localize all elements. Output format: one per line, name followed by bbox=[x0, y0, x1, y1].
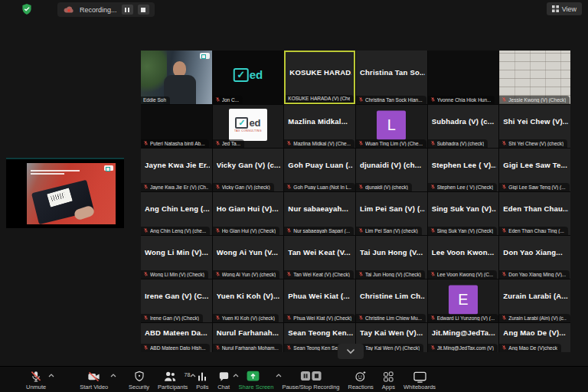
participant-tile[interactable]: djunaidi (V) (ch... djunaidi (V) (check) bbox=[356, 149, 427, 191]
participant-label: Eddie Soh bbox=[143, 97, 166, 103]
participant-tile[interactable]: Christine Lim Ch... Christine Lim Chiew … bbox=[356, 279, 427, 322]
participant-name: Mazlina Midkal... bbox=[288, 105, 353, 138]
participant-tile[interactable]: ✓ ed TAX CONSULTING Jed Ta... bbox=[213, 105, 284, 148]
participant-tile[interactable]: L Wuan Ting Lim (V) (Che... bbox=[356, 105, 427, 148]
participant-tile[interactable]: Tay Kai Wen (V)... Tay Kai Wen (V) (Chec… bbox=[356, 323, 427, 352]
participant-name: ABD Mateen Da... bbox=[145, 323, 210, 342]
toolbar-label: Start Video bbox=[80, 384, 108, 390]
participant-tile[interactable]: Lee Voon Kwon... Lee Voon Kwong (V) (C..… bbox=[428, 236, 499, 279]
participant-label-bar: Wong Ai Yun (V) (check) bbox=[213, 270, 280, 279]
grid-view-icon bbox=[552, 5, 559, 12]
toolbar-apps[interactable]: Apps bbox=[382, 370, 395, 390]
toolbar-whiteboards[interactable]: Whiteboards bbox=[403, 370, 436, 390]
muted-mic-icon bbox=[286, 184, 292, 190]
participant-tile[interactable]: Ho Gian Hui (V)... Ho Gian Hui (V) (Chec… bbox=[213, 192, 284, 235]
participant-label-bar: KOSUKE HARADA (V) (Chec... bbox=[286, 95, 354, 103]
participant-tile[interactable]: ABD Mateen Da... ABD Mateen Dato Hish... bbox=[141, 323, 212, 352]
participant-tile[interactable]: Wong Ai Yun (V... Wong Ai Yun (V) (check… bbox=[213, 236, 284, 279]
toolbar-unmute[interactable]: Unmute bbox=[26, 370, 46, 390]
participant-tile[interactable]: Christina Tan So... Christina Tan Sock H… bbox=[356, 51, 427, 104]
chevron-up-icon[interactable] bbox=[110, 374, 116, 377]
stop-recording-button[interactable] bbox=[138, 5, 149, 15]
participant-tile[interactable]: Nurul Farhanah... Nurul Farhanah Moham..… bbox=[213, 323, 284, 352]
participant-tile[interactable]: Vicky Gan (V) (c... Vicky Gan (V) (check… bbox=[213, 149, 284, 191]
toolbar-label: Unmute bbox=[26, 384, 46, 390]
toolbar-pause-stop-recording[interactable]: Pause/Stop Recording bbox=[282, 370, 339, 390]
toolbar-reactions[interactable]: Reactions bbox=[348, 370, 373, 390]
chevron-down-icon bbox=[346, 348, 355, 354]
participant-tile[interactable]: Sing Suk Yan (V)... Sing Suk Yan (V) (Ch… bbox=[428, 192, 499, 235]
toolbar-start-video[interactable]: Start Video bbox=[80, 370, 108, 390]
participant-tile[interactable]: Wong Li Min (V)... Wong Li Min (V) (Chec… bbox=[141, 236, 212, 279]
participant-label-bar: Jed Ta... bbox=[213, 139, 244, 149]
participant-tile[interactable]: Lim Pei San (V) (... Lim Pei San (V) (ch… bbox=[356, 192, 427, 235]
people-icon bbox=[162, 370, 178, 383]
toolbar-label: Whiteboards bbox=[403, 384, 436, 390]
cloud-recording-icon bbox=[63, 5, 75, 14]
participant-tile[interactable]: Mazlina Midkal... Mazlina Midkal (V) (Ch… bbox=[284, 105, 355, 148]
muted-mic-icon bbox=[215, 271, 220, 277]
participant-label: Jed Ta... bbox=[222, 141, 240, 146]
chevron-up-icon[interactable] bbox=[233, 374, 239, 377]
participant-tile[interactable]: Yuen Ki Koh (V)... Yuen Ki Koh (V) (chec… bbox=[213, 279, 284, 322]
muted-mic-icon bbox=[358, 227, 364, 234]
participant-tile[interactable]: Tai Jun Hong (V... Tai Jun Hong (V) (Che… bbox=[356, 236, 427, 279]
participant-tile[interactable]: Stephen Lee ( V)... Stephen Lee ( V) (Ch… bbox=[428, 149, 499, 191]
toolbar-share-screen[interactable]: Share Screen bbox=[239, 370, 274, 390]
muted-mic-icon bbox=[358, 96, 364, 103]
shared-video-preview[interactable] bbox=[6, 158, 124, 228]
toolbar-label: Reactions bbox=[348, 384, 373, 390]
participant-label-bar: Eddie Soh bbox=[141, 96, 170, 105]
participant-tile[interactable]: Eden Than Chau... Eden Than Chau Ting (.… bbox=[499, 192, 570, 235]
participant-tile[interactable]: Eddie Soh bbox=[141, 51, 212, 104]
chevron-up-icon[interactable] bbox=[190, 374, 196, 377]
participant-tile[interactable]: Subhadra (V) (c... Subhadra (V) (check) bbox=[428, 105, 499, 148]
toolbar-participants[interactable]: Participants 78 bbox=[158, 370, 188, 390]
participant-tile[interactable]: Jessie Kwong (V) (Check) bbox=[499, 51, 570, 104]
toolbar-chat[interactable]: Chat bbox=[217, 370, 230, 390]
participant-tile[interactable]: E Edward Li Yunzong (V) (... bbox=[428, 279, 499, 322]
participant-label: Goh Puay Luan (Not In L... bbox=[293, 185, 351, 190]
participant-label: KOSUKE HARADA (V) (Chec... bbox=[288, 96, 350, 101]
check-icon: ✓ bbox=[235, 117, 248, 129]
participant-name: Stephen Lee ( V)... bbox=[432, 149, 497, 181]
next-page-button[interactable] bbox=[338, 344, 364, 359]
participant-label: Shi Yei Chew (V) (check) bbox=[508, 141, 564, 146]
muted-mic-icon bbox=[286, 315, 292, 321]
toolbar-security[interactable]: Security bbox=[129, 370, 149, 390]
chevron-up-icon[interactable] bbox=[48, 374, 54, 377]
participant-tile[interactable]: Irene Gan (V) (C... Irene Gan (V) (Check… bbox=[141, 279, 212, 322]
participant-tile[interactable]: Puteri Natasha binti Ab... bbox=[141, 105, 212, 148]
caption-line bbox=[31, 170, 80, 172]
person-head bbox=[173, 61, 186, 77]
participant-tile[interactable]: Shi Yei Chew (V)... Shi Yei Chew (V) (ch… bbox=[499, 105, 570, 148]
participant-label: Yuen Ki Koh (V) (check) bbox=[222, 315, 275, 321]
participant-tile[interactable]: Gigi Lee Saw Te... Gigi Lee Saw Teng (V)… bbox=[499, 149, 570, 191]
participant-label-bar: Yuen Ki Koh (V) (check) bbox=[213, 314, 279, 323]
participant-tile[interactable]: Ang Chin Leng (... Ang Chin Leng (V) (ch… bbox=[141, 192, 212, 235]
participant-tile[interactable]: Zurain Larabi (A... Zurain Larabi (Ain) … bbox=[499, 279, 570, 322]
participant-name: Wong Ai Yun (V... bbox=[217, 236, 282, 269]
participant-tile[interactable]: Phua Wei Kiat (... Phua Wei Kiat (V) (Ch… bbox=[284, 279, 355, 322]
muted-mic-icon bbox=[501, 184, 507, 190]
participant-tile[interactable]: ✓ ed Jon C... bbox=[213, 51, 284, 104]
participant-tile[interactable]: Jit.Ming@JedTa... Jit.Ming@JedTax.com (V… bbox=[428, 323, 499, 352]
participant-tile[interactable]: Jayne Kwa Jie Er... Jayne Kwa Jie Er (V)… bbox=[141, 149, 212, 191]
participant-tile[interactable]: Nur sabaeayah... Nur sabaeayah Sapari (.… bbox=[284, 192, 355, 235]
participant-tile[interactable]: Ang Mao De (V)... Ang Mao De (V)check bbox=[499, 323, 570, 352]
participant-label-bar: Wuan Ting Lim (V) (Che... bbox=[356, 139, 426, 149]
toolbar-polls[interactable]: Polls bbox=[196, 370, 208, 390]
participant-name: Nur sabaeayah... bbox=[288, 192, 353, 225]
pause-recording-button[interactable] bbox=[122, 5, 133, 15]
chevron-up-icon[interactable] bbox=[276, 374, 282, 377]
view-label: View bbox=[562, 5, 577, 13]
participant-tile[interactable]: Tan Wei Keat (V... Tan Wei Keat (V) (Che… bbox=[284, 236, 355, 279]
participant-label-bar: Zurain Larabi (Ain) (V) (c... bbox=[499, 314, 570, 323]
participant-tile[interactable]: Yvonne Chia Hiok Hun... bbox=[428, 51, 499, 104]
participant-tile[interactable]: Don Yao Xiang... Don Yao Xiang Ming (V).… bbox=[499, 236, 570, 279]
toolbar-label: Chat bbox=[217, 384, 230, 390]
participant-tile[interactable]: Goh Puay Luan (... Goh Puay Luan (Not In… bbox=[284, 149, 355, 191]
participant-label: Edward Li Yunzong (V) (... bbox=[437, 315, 495, 321]
view-button[interactable]: View bbox=[547, 2, 582, 15]
participant-tile[interactable]: KOSUKE HARAD... KOSUKE HARADA (V) (Chec.… bbox=[284, 51, 355, 104]
